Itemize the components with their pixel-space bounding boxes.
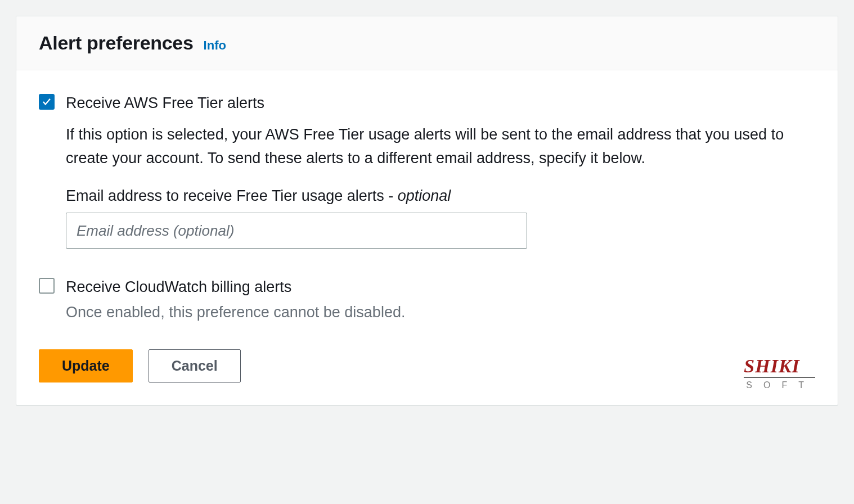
info-link[interactable]: Info — [204, 38, 226, 53]
free-tier-label: Receive AWS Free Tier alerts — [66, 93, 815, 113]
free-tier-description: If this option is selected, your AWS Fre… — [66, 123, 815, 170]
panel-header: Alert preferences Info — [16, 16, 838, 70]
cloudwatch-option: Receive CloudWatch billing alerts Once e… — [39, 277, 815, 323]
check-icon — [42, 97, 52, 107]
cloudwatch-checkbox[interactable] — [39, 278, 55, 294]
cloudwatch-label: Receive CloudWatch billing alerts — [66, 277, 815, 297]
cancel-button[interactable]: Cancel — [149, 349, 241, 382]
panel-body: Receive AWS Free Tier alerts If this opt… — [16, 70, 838, 405]
update-button[interactable]: Update — [39, 349, 133, 382]
alert-preferences-panel: Alert preferences Info Receive AWS Free … — [16, 16, 838, 406]
watermark-brand: SHIKI — [744, 357, 815, 378]
panel-title: Alert preferences — [39, 32, 194, 54]
email-label-main: Email address to receive Free Tier usage… — [66, 187, 398, 204]
email-label-optional: optional — [398, 187, 451, 204]
cloudwatch-help: Once enabled, this preference cannot be … — [66, 301, 815, 324]
cloudwatch-content: Receive CloudWatch billing alerts Once e… — [66, 277, 815, 323]
email-field-block: Email address to receive Free Tier usage… — [66, 187, 815, 249]
watermark: SHIKI SOFT — [744, 357, 815, 390]
email-input[interactable] — [66, 213, 527, 249]
free-tier-checkbox[interactable] — [39, 94, 55, 110]
watermark-sub: SOFT — [744, 380, 815, 390]
button-row: Update Cancel — [39, 349, 815, 382]
free-tier-content: Receive AWS Free Tier alerts If this opt… — [66, 93, 815, 249]
free-tier-option: Receive AWS Free Tier alerts If this opt… — [39, 93, 815, 249]
email-field-label: Email address to receive Free Tier usage… — [66, 187, 815, 205]
